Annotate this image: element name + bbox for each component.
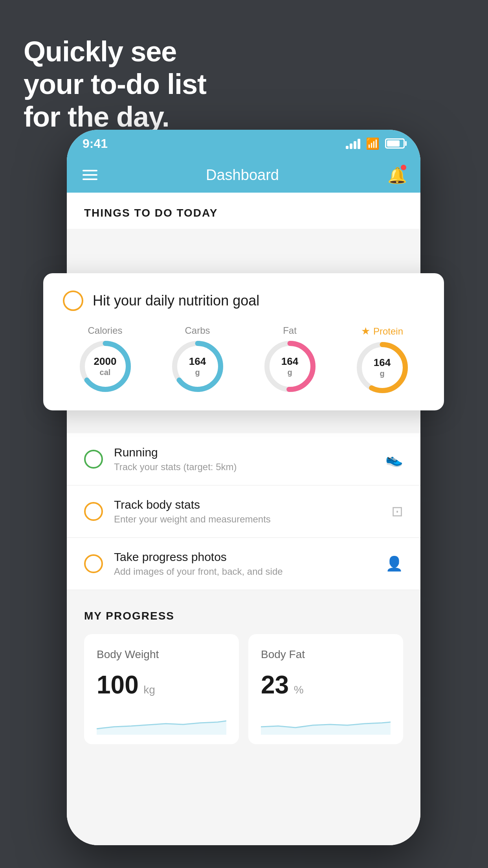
card-check-circle: [63, 291, 83, 311]
calories-chart: 2000 cal: [80, 341, 131, 392]
status-bar: 9:41 📶: [67, 130, 420, 157]
body-weight-value: 100: [97, 671, 139, 699]
person-icon: 👤: [385, 555, 403, 572]
body-weight-title: Body Weight: [97, 648, 226, 661]
protein-label: Protein: [373, 326, 403, 337]
svg-marker-1: [261, 722, 391, 735]
nutrition-circles: Calories 2000 cal Carbs: [63, 325, 424, 393]
svg-marker-0: [97, 721, 226, 735]
todo-title-body-stats: Track body stats: [114, 498, 380, 511]
phone-frame: 9:41 📶 Dashboard 🔔 TH: [67, 130, 420, 845]
signal-icon: [346, 138, 360, 149]
todo-list: Running Track your stats (target: 5km) 👟…: [67, 433, 420, 590]
nutrition-card: Hit your daily nutrition goal Calories 2…: [43, 273, 444, 410]
progress-header: MY PROGRESS: [84, 610, 403, 622]
todo-circle-body-stats: [84, 502, 103, 521]
nutrition-calories: Calories 2000 cal: [80, 325, 131, 393]
protein-chart: 164 g: [357, 342, 408, 393]
hero-line1: Quickly see: [24, 35, 206, 68]
status-icons: 📶: [346, 137, 405, 150]
body-weight-chart: [97, 707, 226, 735]
todo-item-photos[interactable]: Take progress photos Add images of your …: [67, 538, 420, 590]
battery-icon: [385, 138, 405, 149]
calories-label: Calories: [88, 325, 122, 336]
scale-icon: ⊡: [391, 503, 403, 520]
todo-subtitle-running: Track your stats (target: 5km): [114, 462, 374, 473]
body-fat-card[interactable]: Body Fat 23 %: [248, 634, 403, 744]
todo-item-running[interactable]: Running Track your stats (target: 5km) 👟: [67, 433, 420, 485]
nutrition-protein: ★ Protein 164 g: [357, 325, 408, 393]
carbs-label: Carbs: [185, 325, 210, 336]
things-todo-header: THINGS TO DO TODAY: [67, 193, 420, 229]
todo-circle-running: [84, 450, 103, 469]
hero-line2: your to-do list: [24, 68, 206, 101]
star-icon: ★: [361, 325, 370, 337]
body-weight-unit: kg: [143, 684, 155, 696]
wifi-icon: 📶: [366, 137, 380, 150]
body-fat-value: 23: [261, 671, 289, 699]
nutrition-fat: Fat 164 g: [264, 325, 316, 393]
carbs-chart: 164 g: [172, 341, 223, 392]
todo-title-photos: Take progress photos: [114, 550, 374, 564]
nav-title: Dashboard: [206, 167, 279, 184]
notification-bell[interactable]: 🔔: [387, 166, 405, 184]
body-fat-chart: [261, 707, 391, 735]
body-fat-unit: %: [294, 684, 304, 696]
nav-bar: Dashboard 🔔: [67, 157, 420, 193]
body-weight-card[interactable]: Body Weight 100 kg: [84, 634, 239, 744]
hero-text: Quickly see your to-do list for the day.: [24, 35, 206, 133]
todo-circle-photos: [84, 554, 103, 573]
running-icon: 👟: [385, 451, 403, 467]
todo-title-running: Running: [114, 446, 374, 459]
todo-subtitle-body-stats: Enter your weight and measurements: [114, 514, 380, 525]
hamburger-menu[interactable]: [83, 170, 97, 180]
nutrition-carbs: Carbs 164 g: [172, 325, 223, 393]
card-title: Hit your daily nutrition goal: [93, 292, 259, 309]
progress-cards: Body Weight 100 kg Body Fat: [84, 634, 403, 744]
fat-label: Fat: [283, 325, 297, 336]
hero-line3: for the day.: [24, 101, 206, 133]
progress-section: MY PROGRESS Body Weight 100 kg: [67, 590, 420, 756]
todo-item-body-stats[interactable]: Track body stats Enter your weight and m…: [67, 485, 420, 538]
status-time: 9:41: [83, 136, 108, 151]
todo-subtitle-photos: Add images of your front, back, and side: [114, 566, 374, 577]
fat-chart: 164 g: [264, 341, 316, 392]
body-fat-title: Body Fat: [261, 648, 391, 661]
